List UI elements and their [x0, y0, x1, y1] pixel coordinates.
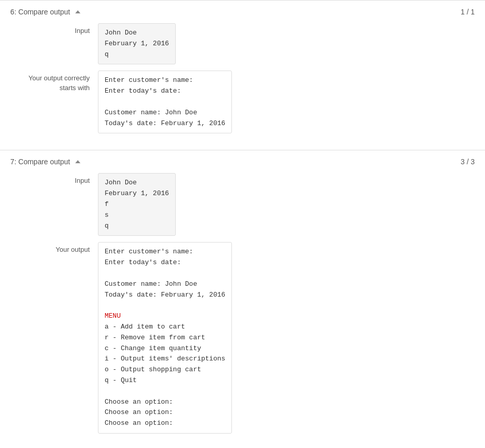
section-7-output-label: Your output	[10, 242, 98, 254]
section-7: 7: Compare output 3 / 3 Input John Doe F…	[0, 150, 485, 448]
section-6-output-row: Your output correctlystarts with Enter c…	[10, 71, 475, 133]
menu-label: MENU	[105, 312, 121, 320]
section-7-title-text: 7: Compare output	[10, 158, 70, 166]
chevron-up-icon-7	[75, 160, 80, 163]
section-7-input-label: Input	[10, 173, 98, 185]
section-7-title[interactable]: 7: Compare output	[10, 158, 80, 166]
section-6-input-label: Input	[10, 23, 98, 36]
section-7-header: 7: Compare output 3 / 3	[10, 158, 475, 166]
section-7-output-row: Your output Enter customer's name: Enter…	[10, 242, 475, 434]
section-7-count: 3 / 3	[461, 158, 475, 166]
section-6-title[interactable]: 6: Compare output	[10, 8, 80, 16]
section-6-input-row: Input John Doe February 1, 2016 q	[10, 23, 475, 64]
section-6-title-text: 6: Compare output	[10, 8, 70, 16]
section-6-input-box: John Doe February 1, 2016 q	[98, 23, 176, 64]
section-6-count: 1 / 1	[461, 8, 475, 16]
section-7-input-row: Input John Doe February 1, 2016 f s q	[10, 173, 475, 236]
section-6-output-label: Your output correctlystarts with	[10, 71, 98, 92]
chevron-up-icon-6	[75, 10, 80, 13]
section-6-header: 6: Compare output 1 / 1	[10, 8, 475, 16]
section-6-output-box: Enter customer's name: Enter today's dat…	[98, 71, 232, 133]
section-6-output-label-text: Your output correctlystarts with	[28, 74, 90, 91]
section-7-input-box: John Doe February 1, 2016 f s q	[98, 173, 176, 236]
section-7-output-box: Enter customer's name: Enter today's dat…	[98, 242, 232, 434]
section-6: 6: Compare output 1 / 1 Input John Doe F…	[0, 0, 485, 150]
